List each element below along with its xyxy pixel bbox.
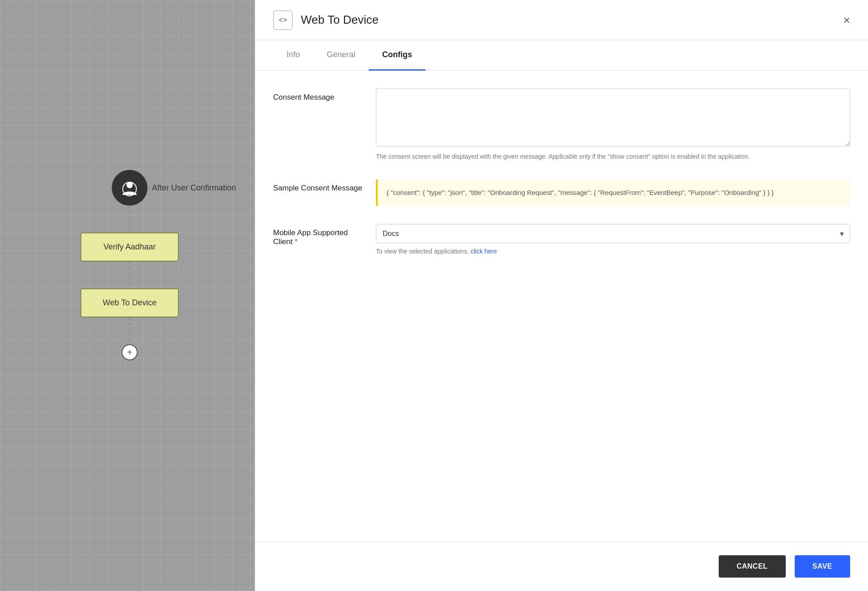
sample-consent-field: { "consent": { "type": "json", "title": … — [376, 179, 850, 206]
consent-message-label: Consent Message — [273, 89, 362, 102]
consent-message-field: The consent screen will be displayed wit… — [376, 89, 850, 161]
web-to-device-node[interactable]: Web To Device — [80, 288, 179, 317]
tab-info[interactable]: Info — [273, 40, 313, 71]
panel-body: Consent Message The consent screen will … — [255, 71, 868, 541]
required-indicator: * — [295, 237, 298, 246]
mobile-app-client-field: Docs Option 2 Option 3 ▾ To view the sel… — [376, 224, 850, 256]
tab-bar: Info General Configs — [255, 40, 868, 71]
flow-diagram: ◯ After User Confirmation Verify Aadhaar… — [80, 170, 179, 360]
svg-point-0 — [126, 182, 133, 188]
panel-footer: CANCEL SAVE — [255, 541, 868, 591]
panel-header: <> Web To Device × — [255, 0, 868, 40]
canvas-area: ◯ After User Confirmation Verify Aadhaar… — [0, 0, 255, 591]
mobile-app-client-label: Mobile App Supported Client * — [273, 224, 362, 246]
connector-2 — [129, 262, 130, 288]
plus-icon: + — [127, 347, 132, 358]
user-node: ◯ — [112, 170, 147, 206]
config-panel: <> Web To Device × Info General Configs … — [255, 0, 868, 591]
consent-message-row: Consent Message The consent screen will … — [273, 89, 850, 161]
close-button[interactable]: × — [843, 14, 850, 26]
mobile-app-client-select[interactable]: Docs Option 2 Option 3 — [376, 224, 850, 243]
panel-header-left: <> Web To Device — [273, 10, 379, 30]
close-icon: × — [843, 13, 850, 27]
sample-consent-label: Sample Consent Message — [273, 179, 362, 193]
after-user-confirmation-label: After User Confirmation — [152, 183, 236, 193]
cancel-button[interactable]: CANCEL — [719, 555, 786, 578]
mobile-app-client-row: Mobile App Supported Client * Docs Optio… — [273, 224, 850, 256]
mobile-app-client-hint: To view the selected applications, click… — [376, 247, 850, 256]
sample-consent-row: Sample Consent Message { "consent": { "t… — [273, 179, 850, 206]
connector-3 — [129, 317, 130, 344]
verify-aadhaar-node[interactable]: Verify Aadhaar — [80, 232, 179, 262]
sample-consent-box: { "consent": { "type": "json", "title": … — [376, 179, 850, 206]
consent-message-hint: The consent screen will be displayed wit… — [376, 152, 850, 161]
connector-1 — [129, 206, 130, 232]
tab-configs[interactable]: Configs — [369, 40, 426, 71]
save-button[interactable]: SAVE — [795, 555, 850, 578]
code-icon-button[interactable]: <> — [273, 10, 293, 30]
add-node-button[interactable]: + — [122, 344, 138, 360]
code-icon: <> — [279, 16, 287, 24]
select-wrapper: Docs Option 2 Option 3 ▾ — [376, 224, 850, 243]
user-icon: ◯ — [122, 179, 138, 196]
consent-message-textarea[interactable] — [376, 89, 850, 147]
tab-general[interactable]: General — [313, 40, 369, 71]
click-here-link[interactable]: click here — [471, 248, 497, 255]
panel-title: Web To Device — [301, 13, 379, 27]
